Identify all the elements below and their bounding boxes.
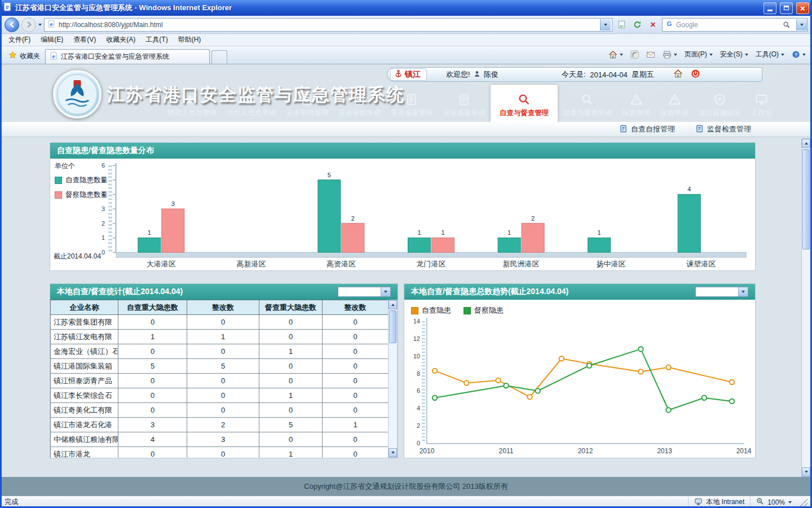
menu-item[interactable]: 帮助(H) (173, 34, 206, 46)
table-row[interactable]: 镇江市港龙0010 (51, 447, 389, 458)
table-scroll-up-button[interactable] (389, 300, 397, 309)
subnav-item[interactable]: 自查自报管理 (619, 124, 675, 134)
nav-item-link[interactable]: 经营人信息管理 (162, 85, 222, 122)
app-header: 江苏省港口安全监管与应急管理系统 镇江 欢迎您! 陈俊 今天是: (0, 64, 812, 122)
svg-text:2013: 2013 (657, 447, 672, 455)
homepage-icon[interactable] (673, 69, 683, 80)
nav-item-link[interactable]: 安全审批申请 (333, 85, 386, 122)
menu-item[interactable]: 收藏夹(A) (101, 34, 140, 46)
page-scroll-track[interactable] (802, 148, 810, 467)
table-cell: 0 (259, 315, 323, 330)
mail-button[interactable] (643, 49, 658, 61)
page-menu-button[interactable]: 页面(P) (682, 48, 716, 61)
table-row[interactable]: 镇江港国际集装箱5500 (51, 359, 389, 374)
monitor-icon (754, 92, 769, 107)
table-filter-select[interactable] (338, 287, 391, 297)
table-cell: 0 (187, 388, 259, 403)
warning-icon (629, 92, 643, 107)
search-box[interactable]: G Google (662, 18, 807, 32)
bar-chart: 012345613大港港区高新港区52高资港区11龙门港区12新民洲港区1扬中港… (50, 159, 755, 270)
nav-item-link[interactable]: 应急申请 (655, 85, 694, 122)
back-button[interactable] (5, 17, 19, 32)
svg-text:14: 14 (413, 318, 420, 325)
column-header: 整改数 (187, 300, 259, 315)
home-button[interactable] (606, 49, 626, 61)
search-input[interactable]: Google (676, 21, 777, 29)
tab-active[interactable]: e 江苏省港口安全监管与应急管理系统 (45, 49, 210, 64)
menu-item[interactable]: 编辑(E) (36, 34, 68, 46)
table-row[interactable]: 江苏镇江发电有限1100 (51, 330, 389, 344)
new-tab-stub[interactable] (211, 50, 227, 64)
table-row[interactable]: 江苏索普集团有限0000 (51, 315, 389, 330)
search-magnifier-icon[interactable] (780, 18, 793, 32)
address-dropdown-button[interactable] (600, 19, 611, 30)
table-row[interactable]: 镇江恒泰沥青产品0000 (51, 374, 389, 388)
table-scroll-track[interactable] (389, 309, 397, 448)
trend-chart-body: 自查隐患督察隐患 0246810121420102011201220132014 (404, 300, 755, 458)
nav-label: 经营人信息管理 (167, 108, 217, 118)
table-scroll-thumb[interactable] (389, 310, 396, 343)
nav-label: 安全审批申请 (338, 108, 381, 118)
compatibility-view-button[interactable] (615, 18, 628, 32)
maximize-button[interactable] (780, 2, 793, 14)
refresh-button[interactable] (630, 18, 644, 32)
menu-item[interactable]: 查看(V) (68, 34, 101, 46)
table-cell: 4 (118, 432, 187, 447)
logout-power-icon[interactable] (691, 69, 700, 80)
page-scrollbar[interactable] (801, 138, 811, 477)
menu-item[interactable]: 工具(T) (140, 34, 173, 46)
bar-legend: 自查隐患数量督察隐患数量 (55, 176, 108, 200)
status-bar: 完成 本地 Intranet 100% (0, 496, 812, 508)
zoom-control[interactable]: 100% (750, 496, 797, 508)
print-button[interactable] (660, 49, 680, 61)
nav-item-link[interactable]: 安全备案管理 (386, 85, 438, 122)
nav-item-link[interactable]: 安全备案申请 (438, 85, 491, 122)
table-row[interactable]: 镇江李长荣综合石0010 (51, 388, 389, 403)
svg-text:4: 4 (417, 405, 420, 411)
address-toolbar: e http://localhost:8080/yjpt/Main.html ×… (0, 16, 812, 34)
nav-item-link[interactable]: 工作台 (746, 85, 777, 122)
page-scroll-thumb[interactable] (802, 149, 810, 249)
feeds-button[interactable] (628, 49, 642, 60)
forward-button[interactable] (21, 17, 36, 32)
tools-menu-button[interactable]: 工具(O) (753, 48, 787, 61)
nav-item-link[interactable]: 安全审批管理 (281, 85, 334, 122)
table-row[interactable]: 镇江市港龙石化港3251 (51, 418, 389, 432)
nav-item-link[interactable]: 港口设施保安 (694, 85, 746, 122)
resize-grip[interactable] (800, 498, 807, 506)
trend-filter-select[interactable] (695, 287, 748, 297)
stats-table: 企业名称自查重大隐患数整改数督查重大隐患数整改数江苏索普集团有限0000江苏镇江… (50, 300, 389, 458)
table-scroll-down-button[interactable] (389, 448, 397, 457)
table-cell: 0 (323, 344, 389, 359)
legend-item: 督察隐患数量 (55, 190, 108, 200)
stop-button[interactable]: × (646, 18, 660, 32)
page-scroll-up-button[interactable] (802, 139, 810, 148)
nav-item-link[interactable]: 自查与督查申请 (558, 85, 617, 122)
nav-item-link[interactable]: 应急管理 (617, 85, 655, 122)
table-row[interactable]: 镇江奇美化工有限0000 (51, 403, 389, 418)
minimize-button[interactable] (764, 2, 776, 14)
svg-text:0: 0 (417, 440, 420, 446)
anchor-icon (394, 69, 403, 80)
favorites-button[interactable]: 收藏夹 (3, 48, 45, 64)
subnav-item[interactable]: 监督检查管理 (695, 124, 751, 134)
region-box: 镇江 (390, 68, 427, 81)
page-scroll-down-button[interactable] (802, 467, 810, 476)
table-scrollbar[interactable] (388, 300, 398, 458)
status-text: 完成 (5, 497, 18, 507)
address-bar[interactable]: e http://localhost:8080/yjpt/Main.html (44, 18, 612, 32)
safety-menu-button[interactable]: 安全(S) (717, 48, 751, 61)
help-button[interactable]: ? (789, 49, 809, 60)
table-row[interactable]: 中储粮镇江粮油有限4300 (51, 432, 389, 447)
svg-text:e: e (6, 4, 9, 10)
history-dropdown-icon[interactable] (38, 24, 42, 26)
nav-item-active[interactable]: 自查与督查管理 (491, 85, 558, 122)
search-dropdown-button[interactable] (796, 19, 807, 30)
nav-item-link[interactable]: 经营人信息申请 (222, 85, 281, 122)
table-row[interactable]: 金海宏业（镇江）石0010 (51, 344, 389, 359)
menu-item[interactable]: 文件(F) (3, 34, 36, 46)
legend-item: 督察隐患 (464, 305, 504, 316)
table-cell: 0 (323, 315, 389, 330)
close-button[interactable]: × (796, 2, 809, 14)
legend-swatch (55, 177, 62, 184)
